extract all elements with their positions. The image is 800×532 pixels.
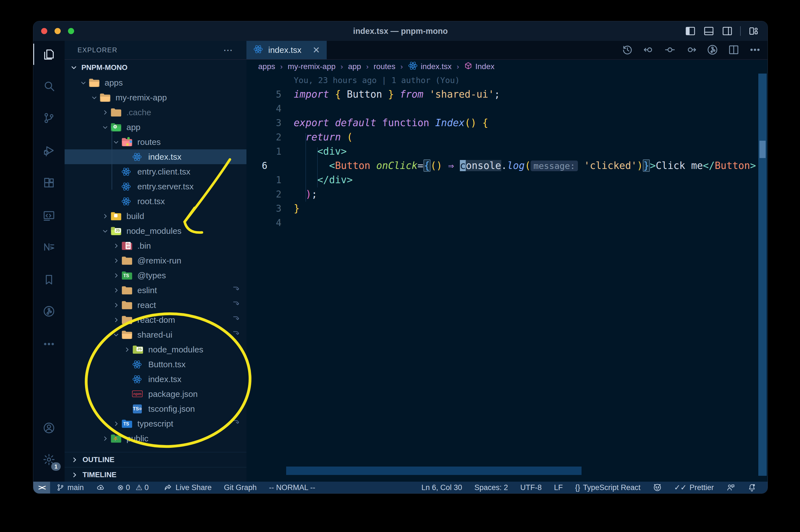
timeline-section-header[interactable]: TIMELINE <box>64 467 246 482</box>
tree-item--cache[interactable]: .cache <box>64 105 246 120</box>
tree-item-eslint[interactable]: eslint <box>64 283 246 298</box>
tree-item-index-tsx[interactable]: index.tsx <box>64 372 246 386</box>
activity-bar-more-icon[interactable] <box>33 330 64 358</box>
vertical-scrollbar-thumb[interactable] <box>759 141 766 158</box>
tree-item-routes[interactable]: routes <box>64 135 246 149</box>
tree-item-react-dom[interactable]: react-dom <box>64 312 246 327</box>
breadcrumb-item-routes[interactable]: routes <box>374 62 396 71</box>
tree-item-public[interactable]: ⛹public <box>64 431 246 446</box>
status-notifications[interactable] <box>747 483 756 492</box>
tree-item-index-tsx[interactable]: index.tsx <box>64 149 246 164</box>
tree-item-my-remix-app[interactable]: my-remix-app <box>64 90 246 105</box>
horizontal-scrollbar[interactable] <box>286 467 582 475</box>
activity-bar-remote-explorer-icon[interactable] <box>33 203 64 229</box>
line-number[interactable]: 2 <box>246 187 294 202</box>
layout-sidebar-right-icon[interactable] <box>722 25 733 37</box>
tree-item-entry-server-tsx[interactable]: entry.server.tsx <box>64 179 246 194</box>
tree-item-typescript[interactable]: TStypescript <box>64 416 246 431</box>
code-line[interactable]: 2 ); <box>246 187 767 202</box>
tree-item-package-json[interactable]: npmpackage.json <box>64 386 246 401</box>
code-line[interactable]: 5import { Button } from 'shared-ui'; <box>246 87 767 101</box>
tree-item-apps[interactable]: apps <box>64 75 246 90</box>
activity-bar-settings-icon[interactable]: 1 <box>33 446 64 473</box>
workspace-section-header[interactable]: PNPM-MONO <box>64 60 246 75</box>
outline-section-header[interactable]: OUTLINE <box>64 452 246 467</box>
status-eol[interactable]: LF <box>554 483 563 492</box>
line-number[interactable]: 1 <box>246 144 294 158</box>
status-prettier[interactable]: ✓✓Prettier <box>674 483 714 492</box>
status-remote-indicator[interactable]: >< <box>33 482 50 493</box>
status-encoding[interactable]: UTF-8 <box>520 483 542 492</box>
tree-item-button-tsx[interactable]: Button.tsx <box>64 357 246 372</box>
layout-customize-icon[interactable] <box>748 25 759 37</box>
tree-item-react[interactable]: react <box>64 298 246 312</box>
breadcrumb-item-apps[interactable]: apps <box>258 62 275 71</box>
tree-item-build[interactable]: build <box>64 209 246 224</box>
tree-item-entry-client-tsx[interactable]: entry.client.tsx <box>64 164 246 179</box>
line-number[interactable]: 6 <box>246 158 294 173</box>
tree-item--types[interactable]: TS@types <box>64 268 246 283</box>
navigate-forward-icon[interactable] <box>685 44 697 57</box>
close-window-button[interactable] <box>41 28 47 34</box>
status-git-branch[interactable]: main <box>56 483 84 492</box>
status-problems[interactable]: ⊗ 0⚠ 0 <box>117 483 152 492</box>
line-number[interactable]: 4 <box>246 216 294 230</box>
activity-bar-accounts-icon[interactable] <box>33 415 64 441</box>
code-line[interactable]: 4 <box>246 101 767 116</box>
code-line[interactable]: 4 <box>246 216 767 230</box>
close-tab-icon[interactable]: ✕ <box>312 45 320 55</box>
layout-panel-icon[interactable] <box>703 25 715 37</box>
activity-bar-run-debug-icon[interactable] <box>33 137 64 164</box>
line-number[interactable]: 3 <box>246 116 294 130</box>
activity-bar-bookmarks-icon[interactable] <box>33 266 64 293</box>
activity-bar-explorer-icon[interactable] <box>33 41 64 68</box>
gitlens-graph-icon[interactable] <box>707 44 718 57</box>
status-github-octoface[interactable] <box>653 483 662 492</box>
code-line[interactable]: 3export default function Index() { <box>246 116 767 130</box>
status-language-mode[interactable]: {}TypeScript React <box>575 483 641 492</box>
vertical-scrollbar[interactable] <box>758 74 767 476</box>
status-feedback[interactable] <box>726 483 735 492</box>
code-line[interactable]: 1 <div> <box>246 144 767 158</box>
tree-item-root-tsx[interactable]: root.tsx <box>64 194 246 209</box>
tree-item-tsconfig-json[interactable]: TS⚙tsconfig.json <box>64 401 246 416</box>
tree-item-node-modules[interactable]: JSnode_modules <box>64 224 246 238</box>
breadcrumb-item-index-tsx[interactable]: index.tsx <box>408 61 452 73</box>
status-cursor-position[interactable]: Ln 6, Col 30 <box>421 483 462 492</box>
explorer-more-actions-icon[interactable]: ⋯ <box>223 49 233 52</box>
layout-sidebar-left-icon[interactable] <box>685 25 696 37</box>
code-line[interactable]: 3} <box>246 202 767 216</box>
more-actions-icon[interactable] <box>749 44 761 57</box>
activity-bar-search-icon[interactable] <box>33 73 64 99</box>
code-line[interactable]: 1 </div> <box>246 173 767 187</box>
line-number[interactable]: 4 <box>246 101 294 116</box>
status-live-share[interactable]: Live Share <box>164 483 211 492</box>
navigate-back-icon[interactable] <box>643 44 654 57</box>
status-sync-changes[interactable] <box>96 483 105 492</box>
tree-item--bin[interactable]: 0110.bin <box>64 238 246 253</box>
status-vim-mode[interactable]: -- NORMAL -- <box>269 483 315 492</box>
tab-index-tsx[interactable]: index.tsx ✕ <box>246 41 327 59</box>
status-git-graph[interactable]: Git Graph <box>224 483 257 492</box>
status-indentation[interactable]: Spaces: 2 <box>474 483 508 492</box>
navigate-current-icon[interactable] <box>664 44 676 57</box>
code-line-current[interactable]: 6 <Button onClick={() ⇒ console.log(mess… <box>246 158 767 173</box>
line-number[interactable]: 3 <box>246 202 294 216</box>
breadcrumb-item-my-remix-app[interactable]: my-remix-app <box>288 62 336 71</box>
breadcrumb-item-app[interactable]: app <box>348 62 361 71</box>
activity-bar-gitlens-icon[interactable] <box>33 298 64 325</box>
minimize-window-button[interactable] <box>55 28 61 34</box>
tree-item-app[interactable]: ⚙app <box>64 120 246 135</box>
split-editor-icon[interactable] <box>728 44 740 57</box>
activity-bar-source-control-icon[interactable] <box>33 104 64 131</box>
code-editor[interactable]: You, 23 hours ago | 1 author (You) 5impo… <box>246 74 767 230</box>
breadcrumb-item-index[interactable]: Index <box>464 61 495 72</box>
code-line[interactable]: 2 return ( <box>246 130 767 144</box>
tree-item-node-modules[interactable]: JSnode_modules <box>64 342 246 357</box>
line-number[interactable]: 1 <box>246 173 294 187</box>
tree-item--remix-run[interactable]: @remix-run <box>64 253 246 268</box>
activity-bar-extensions-icon[interactable] <box>33 170 64 197</box>
activity-bar-nx-console-icon[interactable] <box>33 233 64 261</box>
line-number[interactable]: 5 <box>246 87 294 101</box>
line-number[interactable]: 2 <box>246 130 294 144</box>
